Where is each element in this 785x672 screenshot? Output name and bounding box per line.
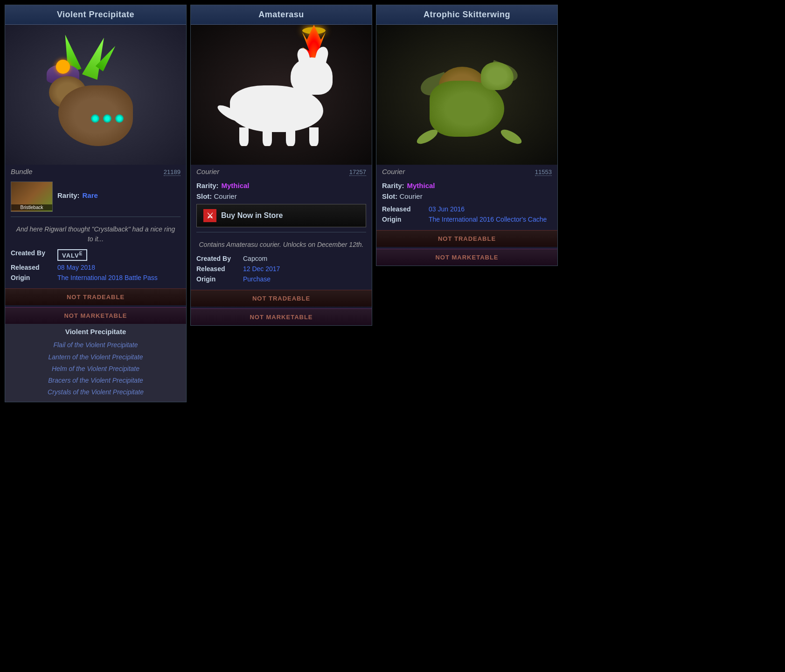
slot-value-am: Courier: [214, 192, 237, 200]
not-marketable-btn-vp: NOT MARKETABLE: [5, 307, 186, 324]
dota-icon: ⚔: [203, 209, 216, 222]
vp-body: [58, 85, 133, 146]
rarity-value-am: Mythical: [222, 182, 250, 189]
am-wolf-figure: [216, 43, 347, 146]
vp-flower: [56, 60, 70, 74]
info-val-origin-as[interactable]: The International 2016 Collector's Cache: [429, 214, 552, 224]
info-val-released-as[interactable]: 03 Jun 2016: [429, 204, 552, 214]
info-val-created-am: Capcom: [243, 253, 366, 264]
card-title-am: Amaterasu: [191, 5, 372, 25]
bundle-item-1[interactable]: Lantern of the Violent Precipitate: [11, 351, 181, 363]
am-leg-2: [263, 127, 272, 146]
vp-gem: [91, 114, 99, 123]
card-count-as: 11553: [535, 168, 552, 176]
info-val-released[interactable]: 08 May 2018: [57, 262, 181, 273]
am-legs: [239, 127, 319, 146]
card-type-row-am: Courier 17257: [191, 165, 372, 178]
am-leg-4: [309, 127, 319, 146]
info-key-released-as: Released: [382, 204, 429, 214]
bristleback-thumb: Bristleback Rarity: Rare: [11, 182, 181, 212]
card-type-as: Courier: [382, 168, 405, 175]
slot-row-am: Slot: Courier: [196, 192, 366, 200]
rarity-row-as: Rarity: Mythical: [382, 182, 552, 189]
vp-figure: [35, 34, 156, 155]
am-leg-3: [286, 127, 295, 146]
card-atrophic: Atrophic Skitterwing Courier 11553 Rarit…: [376, 5, 558, 266]
info-row-released-am: Released 12 Dec 2017: [196, 264, 366, 274]
bundle-item-0[interactable]: Flail of the Violent Precipitate: [11, 339, 181, 351]
valve-logo: VALVE: [57, 249, 87, 261]
card-violent-precipitate: Violent Precipitate Bundle 21189: [5, 5, 187, 402]
valve-e: E: [79, 251, 83, 256]
bristleback-label: Bristleback: [11, 204, 52, 210]
card-amaterasu: Amaterasu Courier 17257: [190, 5, 372, 326]
info-table-vp: Created By VALVE Released 08 May 2018 Or…: [11, 248, 181, 283]
slot-label-as: Slot:: [382, 192, 397, 200]
buy-now-btn-am[interactable]: ⚔ Buy Now in Store: [196, 204, 366, 227]
bundle-section-vp: Violent Precipitate Flail of the Violent…: [5, 324, 186, 402]
info-key-origin-am: Origin: [196, 274, 243, 284]
card-image-am: [191, 25, 372, 165]
as-claw2: [499, 127, 523, 147]
info-table-am: Created By Capcom Released 12 Dec 2017 O…: [196, 253, 366, 284]
info-row-origin-am: Origin Purchase: [196, 274, 366, 284]
not-tradeable-btn-as: NOT TRADEABLE: [376, 230, 557, 247]
info-table-as: Released 03 Jun 2016 Origin The Internat…: [382, 204, 552, 224]
rarity-row-am: Rarity: Mythical: [196, 182, 366, 189]
info-key-created-am: Created By: [196, 253, 243, 264]
rarity-label-am: Rarity:: [196, 182, 219, 189]
info-val-origin[interactable]: The International 2018 Battle Pass: [57, 273, 181, 283]
am-leg-1: [239, 127, 249, 146]
info-key-created: Created By: [11, 248, 57, 262]
card-title-as: Atrophic Skitterwing: [376, 5, 557, 25]
card-title-vp: Violent Precipitate: [5, 5, 186, 25]
card-body-as: Rarity: Mythical Slot: Courier Released …: [376, 178, 557, 228]
slot-value-as: Courier: [400, 192, 423, 200]
vp-teal-gems: [91, 114, 124, 123]
info-row-created: Created By VALVE: [11, 248, 181, 262]
info-key-released-am: Released: [196, 264, 243, 274]
bundle-item-3[interactable]: Bracers of the Violent Precipitate: [11, 375, 181, 386]
slot-label-am: Slot:: [196, 192, 212, 200]
card-image-as: [376, 25, 557, 165]
info-val-created: VALVE: [57, 248, 181, 262]
info-row-released-as: Released 03 Jun 2016: [382, 204, 552, 214]
bundle-item-2[interactable]: Helm of the Violent Precipitate: [11, 363, 181, 375]
card-count-vp: 21189: [164, 168, 181, 176]
rarity-value-vp: Rare: [83, 191, 98, 199]
card-type-am: Courier: [196, 168, 219, 175]
card-count-am: 17257: [349, 168, 366, 176]
info-row-created-am: Created By Capcom: [196, 253, 366, 264]
as-figure: [406, 39, 528, 151]
rarity-value-as: Mythical: [407, 182, 435, 189]
info-val-released-am[interactable]: 12 Dec 2017: [243, 264, 366, 274]
card-type-vp: Bundle: [11, 168, 33, 175]
info-row-released: Released 08 May 2018: [11, 262, 181, 273]
not-marketable-btn-am: NOT MARKETABLE: [191, 308, 372, 325]
card-type-row-as: Courier 11553: [376, 165, 557, 178]
bundle-title-vp: Violent Precipitate: [11, 328, 181, 336]
description-vp: And here Rigwarl thought "Crystalback" h…: [11, 221, 181, 248]
info-val-origin-am[interactable]: Purchase: [243, 274, 366, 284]
rarity-label-vp: Rarity:: [57, 191, 80, 199]
slot-row-as: Slot: Courier: [382, 192, 552, 200]
info-key-origin-as: Origin: [382, 214, 429, 224]
not-tradeable-btn-am: NOT TRADEABLE: [191, 290, 372, 307]
rarity-row-vp: Rarity: Rare: [57, 191, 98, 199]
vp-gem: [103, 114, 111, 123]
contains-text-am: Contains Amaterasu courier. Unlocks on D…: [196, 236, 366, 253]
bristleback-image[interactable]: Bristleback: [11, 182, 53, 212]
info-key-origin: Origin: [11, 273, 57, 283]
card-body-am: Rarity: Mythical Slot: Courier ⚔ Buy Now…: [191, 178, 372, 288]
not-marketable-btn-as: NOT MARKETABLE: [376, 249, 557, 266]
info-row-origin-as: Origin The International 2016 Collector'…: [382, 214, 552, 224]
card-image-vp: [5, 25, 186, 165]
bundle-item-4[interactable]: Crystals of the Violent Precipitate: [11, 386, 181, 398]
as-claw1: [415, 127, 439, 147]
card-body-vp: Bristleback Rarity: Rare And here Rigwar…: [5, 178, 186, 287]
info-row-origin: Origin The International 2018 Battle Pas…: [11, 273, 181, 283]
vp-gem: [115, 114, 124, 123]
card-type-row-vp: Bundle 21189: [5, 165, 186, 178]
info-key-released: Released: [11, 262, 57, 273]
buy-now-text: Buy Now in Store: [221, 211, 283, 220]
